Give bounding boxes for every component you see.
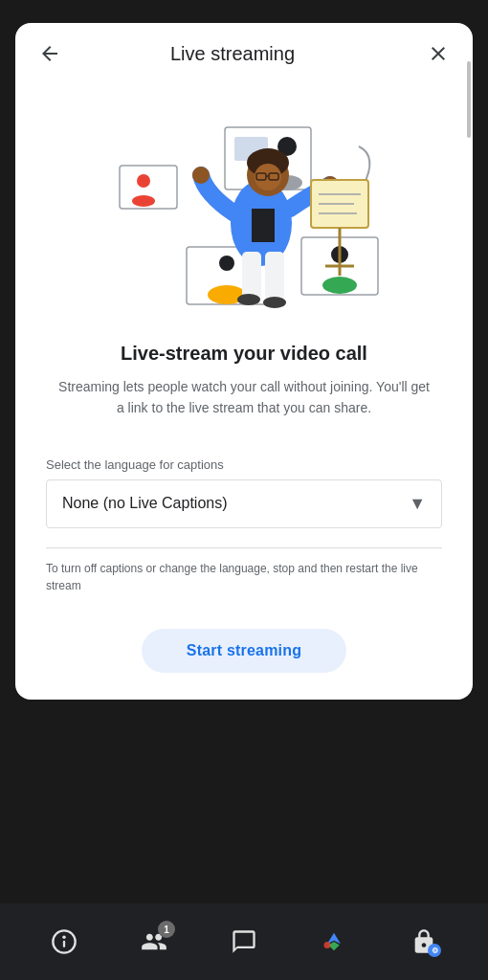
- content-section: Live-stream your video call Streaming le…: [15, 333, 473, 438]
- svg-rect-21: [265, 252, 284, 300]
- bottom-bar: 1 ⚙: [0, 903, 488, 980]
- svg-point-38: [324, 942, 331, 948]
- illustration: [15, 84, 473, 333]
- people-icon-btn[interactable]: 1: [141, 928, 167, 955]
- selected-language: None (no Live Captions): [62, 495, 409, 512]
- start-streaming-button[interactable]: Start streaming: [142, 629, 346, 673]
- svg-rect-22: [252, 209, 275, 242]
- main-description: Streaming lets people watch your call wi…: [54, 376, 434, 419]
- dropdown-arrow-icon: ▼: [409, 494, 426, 514]
- svg-point-26: [263, 297, 286, 308]
- language-section: Select the language for captions None (n…: [15, 438, 473, 547]
- svg-point-1: [137, 174, 150, 188]
- svg-point-16: [255, 164, 281, 190]
- close-button[interactable]: [423, 38, 454, 69]
- start-btn-wrapper: Start streaming: [15, 613, 473, 700]
- svg-rect-20: [242, 252, 261, 300]
- main-title: Live-stream your video call: [54, 343, 434, 365]
- info-icon-btn[interactable]: [51, 928, 78, 955]
- badge: 1: [158, 921, 175, 938]
- language-select[interactable]: None (no Live Captions) ▼: [46, 479, 442, 528]
- svg-point-25: [237, 294, 260, 305]
- svg-point-23: [192, 167, 210, 184]
- lock-badge: ⚙: [428, 944, 441, 957]
- header: Live streaming: [15, 23, 473, 84]
- chat-icon-btn[interactable]: [231, 928, 257, 955]
- svg-point-2: [132, 195, 155, 207]
- lock-icon-btn[interactable]: ⚙: [410, 928, 437, 955]
- page-title: Live streaming: [42, 43, 423, 65]
- activities-icon-btn[interactable]: [321, 928, 347, 955]
- svg-point-8: [219, 256, 234, 271]
- caption-note: To turn off captions or change the langu…: [15, 548, 473, 613]
- modal: Live streaming: [15, 23, 473, 700]
- language-label: Select the language for captions: [46, 457, 442, 472]
- svg-point-12: [322, 277, 357, 294]
